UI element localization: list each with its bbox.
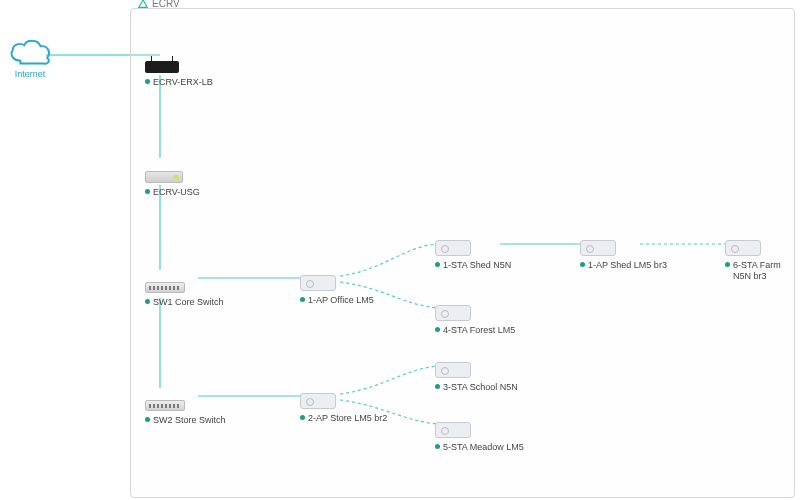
node-router[interactable]: ECRV-ERX-LB [145,45,235,88]
site-icon [138,0,148,9]
station-icon [435,362,471,378]
ap-icon [300,393,336,409]
switch-icon [145,282,185,293]
node-sta1[interactable]: 1-STA Shed N5N [435,228,525,271]
status-dot [725,262,730,267]
station-icon [435,240,471,256]
router-icon [145,61,179,73]
node-label: ECRV-USG [153,187,200,198]
node-ap-shed[interactable]: 1-AP Shed LM5 br3 [580,228,670,271]
switch-icon [145,400,185,411]
node-sw2[interactable]: SW2 Store Switch [145,383,235,426]
node-sw1[interactable]: SW1 Core Switch [145,265,235,308]
status-dot [435,327,440,332]
station-icon [725,240,761,256]
cloud-icon [7,35,53,67]
ap-icon [580,240,616,256]
ap-icon [300,275,336,291]
status-dot [435,262,440,267]
node-label: 1-AP Shed LM5 br3 [588,260,667,271]
node-ap1[interactable]: 1-AP Office LM5 [300,263,390,306]
node-label: 4-STA Forest LM5 [443,325,515,336]
node-label: 2-AP Store LM5 br2 [308,413,387,424]
node-label: ECRV-ERX-LB [153,77,213,88]
station-icon [435,305,471,321]
status-dot [435,444,440,449]
node-label: SW2 Store Switch [153,415,226,426]
node-ap2[interactable]: 2-AP Store LM5 br2 [300,381,390,424]
status-dot [580,262,585,267]
node-sta5[interactable]: 5-STA Meadow LM5 [435,410,525,453]
internet-node[interactable]: Internet [0,35,60,79]
node-label: 1-AP Office LM5 [308,295,374,306]
station-icon [435,422,471,438]
node-sta4[interactable]: 4-STA Forest LM5 [435,293,525,336]
node-label: SW1 Core Switch [153,297,224,308]
site-name: ECRV [152,0,180,9]
node-sta3[interactable]: 3-STA School N5N [435,350,525,393]
status-dot [145,417,150,422]
status-dot [300,415,305,420]
site-title: ECRV [138,0,180,9]
internet-label: Internet [0,69,60,79]
status-dot [145,79,150,84]
node-usg[interactable]: ECRV-USG [145,155,235,198]
gateway-icon [145,171,183,183]
status-dot [145,189,150,194]
node-label: 3-STA School N5N [443,382,518,393]
status-dot [300,297,305,302]
node-sta6[interactable]: 6-STA Farm N5N br3 [725,228,797,283]
node-label: 6-STA Farm N5N br3 [733,260,797,283]
node-label: 5-STA Meadow LM5 [443,442,524,453]
status-dot [435,384,440,389]
node-label: 1-STA Shed N5N [443,260,511,271]
status-dot [145,299,150,304]
